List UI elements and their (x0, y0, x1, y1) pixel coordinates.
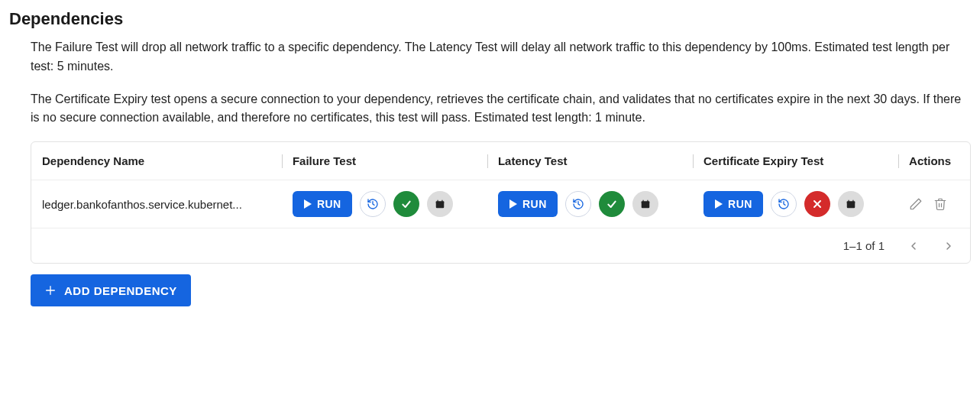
run-cert-button[interactable]: RUN (703, 191, 763, 217)
col-dependency-name[interactable]: Dependency Name (31, 142, 282, 180)
pencil-icon (909, 197, 923, 211)
delete-button[interactable] (933, 197, 947, 211)
play-icon (714, 199, 723, 209)
svg-rect-11 (847, 202, 855, 203)
svg-rect-2 (437, 200, 438, 202)
check-icon (606, 198, 618, 210)
add-dependency-button[interactable]: ADD DEPENDENCY (31, 274, 191, 306)
add-label: ADD DEPENDENCY (64, 284, 177, 297)
col-actions: Actions (898, 142, 970, 180)
svg-rect-1 (435, 202, 444, 203)
history-icon (778, 198, 790, 210)
latency-test-cell: RUN (498, 191, 682, 217)
trash-icon (933, 197, 947, 211)
svg-rect-7 (647, 200, 648, 202)
check-icon (400, 198, 412, 210)
calendar-icon (846, 199, 856, 209)
chevron-right-icon (943, 240, 955, 252)
description-para-1: The Failure Test will drop all network t… (31, 38, 962, 76)
col-cert-expiry-test[interactable]: Certificate Expiry Test (693, 142, 898, 180)
svg-rect-12 (848, 200, 849, 202)
svg-rect-13 (852, 200, 853, 202)
schedule-failure-button[interactable] (427, 191, 453, 217)
play-icon (509, 199, 518, 209)
latency-status-pass (599, 191, 625, 217)
dependencies-table: Dependency Name Failure Test Latency Tes… (31, 141, 971, 264)
cert-test-cell: RUN (703, 191, 888, 217)
edit-button[interactable] (909, 197, 923, 211)
col-latency-test[interactable]: Latency Test (487, 142, 693, 180)
svg-rect-6 (642, 200, 643, 202)
svg-rect-3 (441, 200, 442, 202)
history-failure-button[interactable] (360, 191, 386, 217)
svg-rect-5 (642, 202, 650, 203)
calendar-icon (640, 199, 651, 209)
run-label: RUN (317, 198, 341, 210)
table-row: ledger.bankofanthos.service.kubernet... … (31, 180, 970, 228)
pager-text: 1–1 of 1 (843, 239, 885, 252)
schedule-latency-button[interactable] (632, 191, 658, 217)
play-icon (303, 199, 312, 209)
run-latency-button[interactable]: RUN (498, 191, 558, 217)
run-label: RUN (728, 198, 752, 210)
failure-test-cell: RUN (293, 191, 477, 217)
history-cert-button[interactable] (771, 191, 797, 217)
schedule-cert-button[interactable] (838, 191, 864, 217)
history-icon (572, 198, 584, 210)
description-block: The Failure Test will drop all network t… (31, 38, 962, 128)
cert-status-fail (804, 191, 830, 217)
pager-next[interactable] (943, 240, 955, 252)
history-latency-button[interactable] (565, 191, 591, 217)
description-para-2: The Certificate Expiry test opens a secu… (31, 90, 962, 128)
calendar-icon (435, 199, 445, 209)
run-label: RUN (522, 198, 547, 210)
page-title: Dependencies (9, 9, 971, 29)
failure-status-pass (393, 191, 419, 217)
run-failure-button[interactable]: RUN (293, 191, 352, 217)
pager-prev[interactable] (907, 240, 920, 252)
history-icon (367, 198, 379, 210)
pager: 1–1 of 1 (843, 239, 955, 252)
dependency-name: ledger.bankofanthos.service.kubernet... (42, 198, 271, 211)
chevron-left-icon (907, 240, 920, 252)
plus-icon (44, 284, 57, 296)
x-icon (811, 198, 823, 210)
col-failure-test[interactable]: Failure Test (282, 142, 487, 180)
